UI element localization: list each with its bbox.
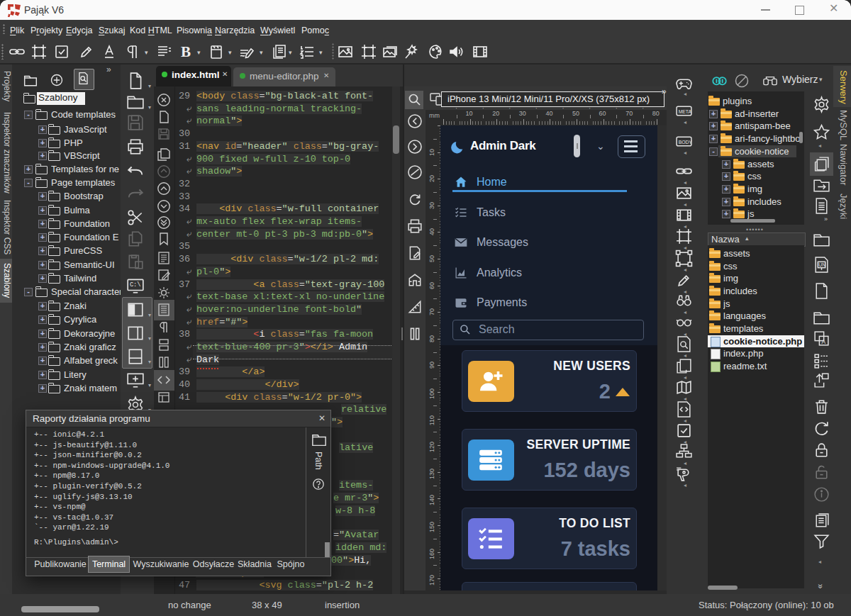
svg-text:META: META [679, 109, 692, 114]
svg-text:BODY: BODY [679, 140, 693, 145]
svg-text:B: B [181, 43, 191, 60]
svg-text:C:\: C:\ [130, 281, 141, 289]
